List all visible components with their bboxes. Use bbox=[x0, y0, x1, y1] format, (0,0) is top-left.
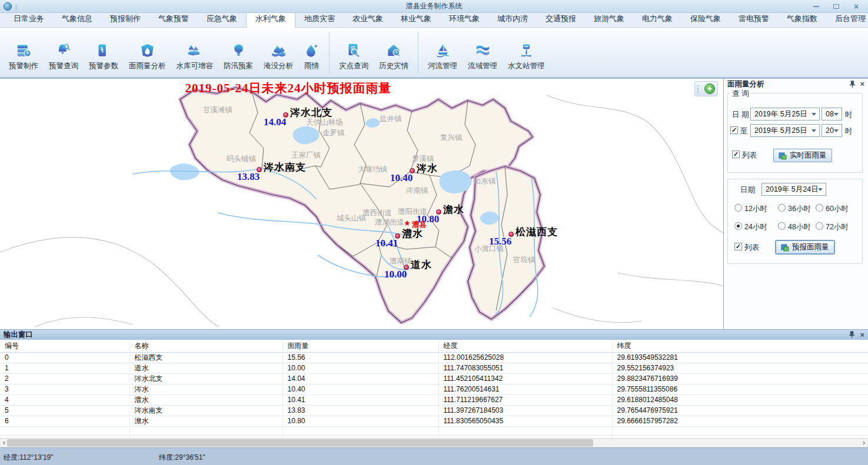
column-header[interactable]: 面雨量 bbox=[282, 340, 438, 352]
radio-24小时[interactable] bbox=[734, 222, 742, 230]
table-cell: 涔水北支 bbox=[129, 373, 282, 384]
tool-button-label: 防汛预案 bbox=[224, 61, 253, 71]
column-header[interactable]: 编号 bbox=[0, 340, 129, 352]
basin-rainfall-value: 15.56 bbox=[489, 236, 511, 247]
start-hour-select[interactable]: 08 bbox=[822, 108, 842, 121]
county-map[interactable] bbox=[0, 79, 723, 329]
table-row[interactable]: 2涔水北支14.04111.45210541134229.88234767169… bbox=[0, 373, 868, 384]
realtime-rainfall-button[interactable]: 实时面雨量 bbox=[773, 149, 832, 162]
table-row[interactable]: 4澧水10.41111.71121966762729.6188012485048 bbox=[0, 394, 868, 405]
pin-icon[interactable] bbox=[849, 81, 856, 88]
table-cell: 29.552156374923 bbox=[612, 363, 868, 373]
tool-button-label: 预警参数 bbox=[89, 61, 118, 71]
menu-item-7[interactable]: 农业气象 bbox=[344, 11, 392, 27]
realtime-button-label: 实时面雨量 bbox=[790, 150, 827, 160]
menu-item-3[interactable]: 气象预警 bbox=[149, 11, 198, 27]
radio-label-12小时: 12小时 bbox=[744, 204, 767, 214]
column-header[interactable]: 经度 bbox=[438, 340, 612, 352]
alert-params-icon bbox=[96, 42, 112, 58]
menu-item-15[interactable]: 雷电预警 bbox=[730, 11, 778, 27]
menu-item-5[interactable]: 水利气象 bbox=[246, 11, 295, 28]
table-cell: 29.8823476716939 bbox=[612, 373, 868, 384]
forecast-date-select[interactable]: 2019年 5月24日 bbox=[761, 183, 826, 196]
close-icon[interactable]: × bbox=[848, 2, 864, 11]
table-cell: 13.83 bbox=[282, 405, 438, 416]
menu-item-6[interactable]: 地质灾害 bbox=[295, 11, 344, 27]
menu-item-2[interactable]: 预报制作 bbox=[101, 11, 149, 27]
table-row[interactable]: 3涔水10.40111.7620051463129.7555811355086 bbox=[0, 384, 868, 394]
tool-button-disaster-query[interactable]: 灾点查询 bbox=[334, 29, 374, 76]
menu-item-1[interactable]: 气象信息 bbox=[53, 11, 101, 27]
radio-label-36小时: 36小时 bbox=[788, 204, 811, 214]
pin-icon[interactable] bbox=[849, 331, 855, 339]
tool-button-alert-params[interactable]: 预警参数 bbox=[84, 29, 124, 76]
table-row[interactable]: 0松滋西支15.56112.00162562502829.61935495322… bbox=[0, 352, 868, 363]
basin-name: 澹水 bbox=[443, 203, 464, 216]
tool-button-history-disaster[interactable]: 历史灾情 bbox=[374, 29, 414, 76]
radio-60小时[interactable] bbox=[816, 204, 823, 212]
basin-name: 道水 bbox=[411, 258, 432, 272]
table-cell: 10.80 bbox=[282, 416, 438, 426]
table-cell: 10.00 bbox=[282, 363, 438, 373]
tool-button-rain[interactable]: 雨情 bbox=[298, 29, 325, 76]
table-cell: 澹水 bbox=[129, 416, 282, 426]
table-row[interactable]: 5涔水南支13.83111.39726718450329.76544769759… bbox=[0, 405, 868, 416]
tool-button-flood-plan[interactable]: 防汛预案 bbox=[218, 29, 258, 76]
scrollbar-thumb[interactable] bbox=[7, 439, 593, 447]
forecast-date-label: 日期 bbox=[740, 185, 755, 195]
radio-12小时[interactable] bbox=[734, 204, 742, 212]
menu-item-13[interactable]: 电力气象 bbox=[633, 11, 681, 27]
list-checkbox-forecast[interactable]: ✓ bbox=[734, 243, 742, 250]
maximize-icon[interactable] bbox=[828, 2, 844, 11]
tool-button-reservoir[interactable]: 水库可增容 bbox=[171, 29, 219, 76]
menu-item-11[interactable]: 交通预报 bbox=[537, 11, 585, 27]
basin-rainfall-value: 10.00 bbox=[384, 269, 407, 280]
to-checkbox[interactable]: ✓ bbox=[730, 126, 738, 134]
table-row[interactable]: 1道水10.00111.74708305505129.552156374923 bbox=[0, 363, 868, 373]
tool-button-hydro-station[interactable]: 水文站管理 bbox=[503, 29, 550, 76]
end-hour-select[interactable]: 20 bbox=[822, 124, 842, 137]
town-label-4: 复兴镇 bbox=[440, 133, 463, 143]
scroll-right-icon[interactable]: › bbox=[860, 439, 868, 447]
minimize-icon[interactable] bbox=[808, 2, 824, 11]
tool-button-basin-mgmt[interactable]: 流域管理 bbox=[463, 29, 503, 76]
menu-item-16[interactable]: 气象指数 bbox=[778, 11, 826, 27]
menu-item-17[interactable]: 后台管理 bbox=[826, 11, 868, 27]
start-date-select[interactable]: 2019年 5月25日 bbox=[750, 108, 820, 121]
panel-title: 面雨量分析 bbox=[727, 79, 764, 89]
menu-item-8[interactable]: 林业气象 bbox=[392, 11, 440, 27]
tool-button-river-mgmt[interactable]: 河流管理 bbox=[423, 29, 463, 76]
horizontal-scrollbar[interactable]: ‹ › bbox=[0, 438, 868, 447]
inundation-icon bbox=[271, 42, 287, 58]
map-canvas[interactable]: 2019-05-24日未来24小时预报面雨量 甘溪滩镇盐井镇天供山林场金罗镇复兴… bbox=[0, 79, 723, 329]
tool-button-alert-make[interactable]: 预警制作 bbox=[4, 29, 44, 76]
tool-button-area-rain[interactable]: 面雨量分析 bbox=[124, 29, 171, 76]
end-date-select[interactable]: 2019年 5月25日 bbox=[750, 124, 820, 137]
table-cell: 29.7555811355086 bbox=[612, 384, 868, 394]
basin-rainfall-value: 10.41 bbox=[375, 237, 398, 249]
menu-item-9[interactable]: 环境气象 bbox=[440, 11, 488, 27]
menu-item-4[interactable]: 应急气象 bbox=[198, 11, 246, 27]
county-name-label: 澧县 bbox=[412, 220, 427, 230]
table-row[interactable]: 6澹水10.80111.83056505043529.6666157957282 bbox=[0, 416, 868, 426]
basin-name: 涔水北支 bbox=[290, 106, 332, 119]
forecast-rainfall-button[interactable]: 预报面雨量 bbox=[776, 240, 834, 254]
column-header[interactable]: 纬度 bbox=[612, 340, 868, 352]
menu-item-12[interactable]: 旅游气象 bbox=[585, 11, 633, 27]
table-cell: 4 bbox=[0, 394, 129, 405]
tool-button-inundation[interactable]: 淹没分析 bbox=[258, 29, 298, 76]
tool-button-alert-search[interactable]: 预警查询 bbox=[44, 29, 84, 76]
table-cell: 112.001625625028 bbox=[438, 352, 612, 363]
drag-grip-icon[interactable] bbox=[697, 85, 699, 93]
zoom-in-icon[interactable]: + bbox=[704, 83, 715, 94]
output-close-icon[interactable]: × bbox=[860, 332, 864, 339]
radio-48小时[interactable] bbox=[778, 222, 786, 230]
list-checkbox-realtime[interactable]: ✓ bbox=[732, 150, 740, 158]
panel-close-icon[interactable]: × bbox=[860, 81, 864, 88]
menu-item-10[interactable]: 城市内涝 bbox=[488, 11, 537, 27]
column-header[interactable]: 名称 bbox=[129, 340, 282, 352]
radio-36小时[interactable] bbox=[778, 204, 786, 212]
menu-item-0[interactable]: 日常业务 bbox=[5, 11, 53, 27]
radio-72小时[interactable] bbox=[816, 222, 823, 230]
menu-item-14[interactable]: 保险气象 bbox=[681, 11, 730, 27]
